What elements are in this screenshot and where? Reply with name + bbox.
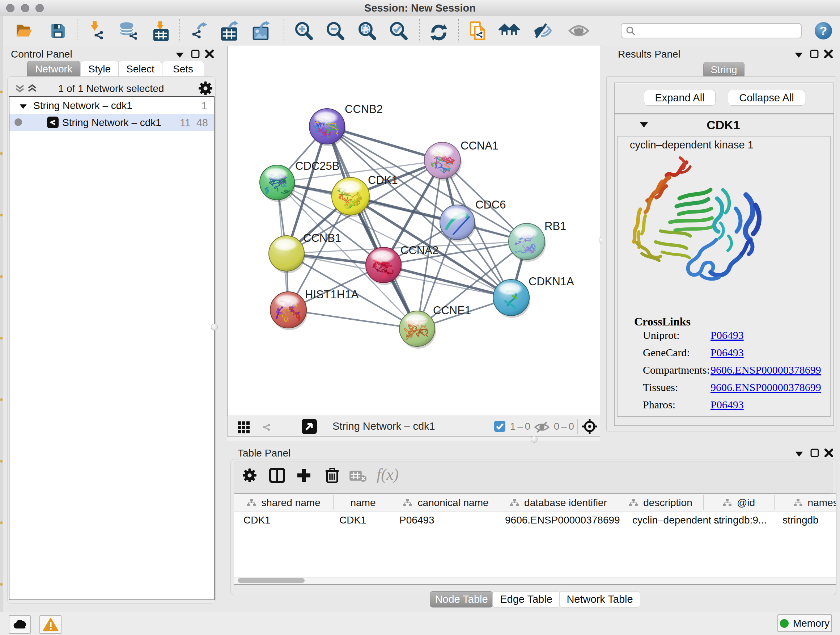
svg-text:CCNB2: CCNB2: [345, 103, 383, 116]
svg-text:CCNA2: CCNA2: [401, 244, 439, 257]
svg-text:RB1: RB1: [545, 220, 566, 233]
svg-text:CDC6: CDC6: [475, 198, 506, 211]
svg-text:CDC25B: CDC25B: [295, 160, 339, 172]
svg-text:CCNE1: CCNE1: [433, 304, 471, 317]
svg-text:CCNA1: CCNA1: [461, 139, 499, 152]
svg-text:HIST1H1A: HIST1H1A: [305, 288, 358, 301]
svg-text:CDK1: CDK1: [368, 174, 398, 187]
svg-text:CDKN1A: CDKN1A: [529, 275, 574, 288]
svg-text:CCNB1: CCNB1: [303, 232, 341, 244]
